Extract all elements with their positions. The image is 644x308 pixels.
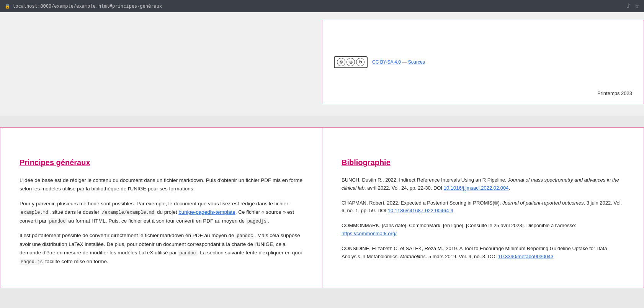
page-content: © ⊕ ↻ CC BY-SA 4.0 — Sources Printemps 2…	[0, 12, 644, 288]
top-left-column	[0, 20, 322, 104]
browser-actions: ⤴ ☆	[627, 3, 639, 10]
share-icon[interactable]: ⤴	[627, 3, 630, 10]
bib-chapman-trailing: .	[453, 208, 455, 213]
browser-toolbar: 🔒 localhost:8000/example/example.html#pr…	[0, 0, 644, 12]
bib-commonmark-link[interactable]: https://commonmark.org/	[342, 231, 397, 236]
section-gap	[0, 116, 644, 127]
bib-bunch-before: BUNCH, Dustin R., 2022. Indirect Referen…	[342, 177, 508, 183]
bib-chapman-italic: Journal of patient-reported outcomes	[502, 200, 584, 206]
bibliographie-heading[interactable]: Bibliographie	[342, 158, 624, 167]
principes-para3: Il est parfaitement possible de converti…	[20, 231, 303, 266]
cc-dash: —	[402, 59, 407, 65]
sa-icon: ↻	[356, 58, 364, 66]
para2-code4: pagedjs	[246, 218, 268, 224]
top-right-column: © ⊕ ↻ CC BY-SA 4.0 — Sources Printemps 2…	[322, 20, 644, 104]
bookmark-icon[interactable]: ☆	[634, 3, 639, 10]
para2-mid2: du projet	[155, 209, 178, 215]
para2-mid4: au format HTML. Puis, ce fichier est à s…	[67, 218, 246, 224]
para2-code3: pandoc	[48, 218, 67, 224]
printemps-label: Printemps 2023	[597, 90, 632, 96]
para3-mid2: . La section suivante tente d'expliquer …	[197, 250, 302, 256]
principes-para1: L'idée de base est de rédiger le contenu…	[20, 176, 303, 193]
bib-entry-bunch: BUNCH, Dustin R., 2022. Indirect Referen…	[342, 176, 624, 192]
para2-mid1: , situé dans le dossier	[49, 209, 101, 215]
by-icon: ⊕	[347, 58, 355, 66]
bib-bunch-after: . avril 2022. Vol. 24, pp. 22-30. DOI	[364, 185, 444, 191]
cc-link[interactable]: CC BY-SA 4.0	[372, 59, 401, 65]
principes-para2: Pour y parvenir, plusieurs méthode sont …	[20, 200, 303, 226]
principes-column: Principes généraux L'idée de base est de…	[0, 127, 322, 288]
sources-link[interactable]: Sources	[408, 59, 425, 65]
bib-considine-italic: Metabolites	[400, 254, 425, 259]
url-bar[interactable]: 🔒 localhost:8000/example/example.html#pr…	[5, 3, 623, 9]
lock-icon: 🔒	[5, 3, 10, 9]
cc-icon: ©	[337, 58, 345, 66]
url-text: localhost:8000/example/example.html#prin…	[13, 3, 162, 9]
para3-code2: pandoc	[178, 250, 197, 256]
cc-badge: © ⊕ ↻	[334, 56, 368, 68]
para2-code2: /example/example.md	[101, 210, 155, 216]
bib-bunch-trailing: .	[509, 185, 510, 191]
bib-commonmark-before: COMMONMARK, [sans date]. CommonMark. [en…	[342, 223, 576, 228]
bib-entry-commonmark: COMMONMARK, [sans date]. CommonMark. [en…	[342, 222, 624, 238]
bib-chapman-before: CHAPMAN, Robert, 2022. Expected a Poster…	[342, 200, 502, 206]
para3-end: facilite cette mise en forme.	[44, 259, 108, 264]
cc-license-area: © ⊕ ↻ CC BY-SA 4.0 — Sources	[334, 28, 632, 96]
bunige-link[interactable]: bunige-pagedjs-template	[178, 209, 235, 215]
bib-entry-considine: CONSIDINE, Elizabeth C. et SALEK, Reza M…	[342, 245, 624, 261]
bib-chapman-doi[interactable]: 10.1186/s41687-022-00464-9	[388, 208, 453, 213]
para3-code1: pandoc	[235, 233, 254, 239]
para2-end: .	[268, 218, 269, 224]
bib-considine-after: . 5 mars 2019. Vol. 9, no. 3. DOI	[426, 254, 498, 259]
bib-bunch-doi[interactable]: 10.1016/j.jmsacl.2022.02.004	[444, 185, 509, 191]
para2-start: Pour y parvenir, plusieurs méthode sont …	[20, 201, 288, 206]
para3-start: Il est parfaitement possible de converti…	[20, 233, 235, 238]
bib-considine-doi[interactable]: 10.3390/metabo9030043	[498, 254, 554, 259]
bib-entry-chapman: CHAPMAN, Robert, 2022. Expected a Poster…	[342, 199, 624, 215]
top-section: © ⊕ ↻ CC BY-SA 4.0 — Sources Printemps 2…	[0, 12, 644, 116]
cc-links: CC BY-SA 4.0 — Sources	[372, 59, 425, 65]
bibliographie-column: Bibliographie BUNCH, Dustin R., 2022. In…	[322, 127, 644, 288]
principes-heading[interactable]: Principes généraux	[20, 158, 303, 167]
para2-code1: example.md	[20, 210, 49, 216]
bottom-section: Principes généraux L'idée de base est de…	[0, 127, 644, 288]
para3-code3: Paged.js	[20, 259, 44, 265]
